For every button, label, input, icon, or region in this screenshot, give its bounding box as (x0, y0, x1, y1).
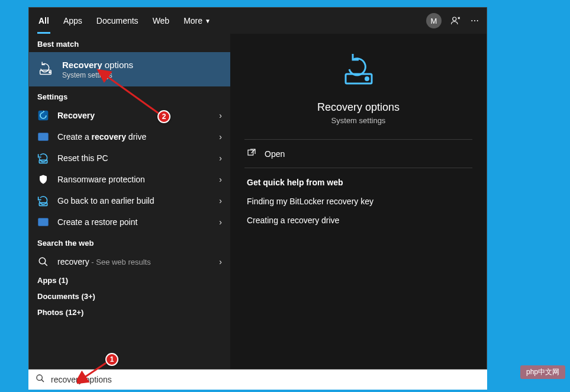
more-options-icon[interactable]: ⋯ (465, 11, 484, 30)
svg-point-6 (39, 258, 46, 264)
search-web-label: Search the web (29, 233, 230, 251)
annotation-badge-1: 1 (105, 353, 118, 366)
tab-more[interactable]: More▼ (176, 8, 218, 34)
best-match-result[interactable]: Recovery options System settings (29, 52, 230, 86)
feedback-icon[interactable] (446, 11, 465, 30)
tab-web-label: Web (153, 16, 170, 25)
tab-more-label: More (183, 16, 202, 25)
settings-label: Settings (29, 86, 230, 105)
open-action[interactable]: Open (244, 140, 472, 168)
svg-rect-9 (248, 150, 253, 155)
settings-row-go-back[interactable]: Go back to an earlier build › (29, 190, 230, 211)
best-match-title-bold: Recovery (62, 60, 102, 70)
best-match-subtitle: System settings (62, 71, 133, 79)
documents-count-row[interactable]: Documents (3+) (29, 288, 230, 304)
row-recovery-label: Recovery (57, 111, 95, 120)
row-restore-label: Create a restore point (57, 217, 211, 227)
tab-web[interactable]: Web (146, 8, 177, 34)
watermark: php中文网 (520, 365, 565, 379)
annotation-badge-2: 2 (157, 110, 170, 123)
settings-row-restore-point[interactable]: Create a restore point › (29, 211, 230, 233)
row-create-drive-bold: recovery (92, 132, 126, 142)
search-icon (36, 374, 45, 385)
web-term: recovery (57, 257, 89, 266)
help-link-recovery-drive[interactable]: Creating a recovery drive (244, 211, 472, 230)
row-create-drive-pre: Create a (57, 132, 92, 142)
web-result-row[interactable]: recovery - See web results › (29, 251, 230, 272)
open-icon (247, 148, 256, 159)
chevron-down-icon: ▼ (205, 18, 211, 24)
search-input[interactable] (51, 375, 480, 384)
preview-title: Recovery options (317, 101, 400, 114)
monitor-icon (37, 131, 49, 143)
apps-count-row[interactable]: Apps (1) (29, 272, 230, 288)
svg-point-0 (453, 17, 456, 21)
chevron-right-icon: › (219, 257, 222, 266)
recovery-icon (37, 60, 54, 79)
chevron-right-icon: › (219, 217, 222, 227)
settings-row-recovery[interactable]: Recovery › (29, 105, 230, 126)
monitor-icon (37, 216, 49, 228)
preview-recovery-icon (340, 50, 378, 91)
svg-point-8 (365, 78, 368, 81)
windows-search-panel: All Apps Documents Web More▼ M ⋯ Best ma… (28, 7, 487, 369)
best-match-label: Best match (29, 34, 230, 52)
settings-row-create-recovery-drive[interactable]: Create a recovery drive › (29, 126, 230, 147)
search-tabs: All Apps Documents Web More▼ M ⋯ (29, 8, 487, 34)
chevron-right-icon: › (219, 132, 222, 142)
tab-apps-label: Apps (63, 16, 82, 25)
tab-documents-label: Documents (96, 16, 139, 25)
best-match-title-rest: options (102, 60, 134, 70)
panel-body: Best match Recovery options System setti… (29, 34, 487, 369)
quick-help-label: Get quick help from web (244, 168, 472, 192)
chevron-right-icon: › (219, 111, 222, 120)
row-reset-pc-label: Reset this PC (57, 153, 211, 163)
chevron-right-icon: › (219, 153, 222, 163)
photos-count-row[interactable]: Photos (12+) (29, 304, 230, 320)
row-go-back-label: Go back to an earlier build (57, 196, 211, 205)
help-link-bitlocker[interactable]: Finding my BitLocker recovery key (244, 192, 472, 211)
svg-point-10 (37, 375, 42, 380)
preview-subtitle: System settings (331, 116, 386, 125)
settings-row-ransomware[interactable]: Ransomware protection › (29, 169, 230, 190)
chevron-right-icon: › (219, 175, 222, 184)
web-suffix: - See web results (89, 258, 151, 266)
best-match-text: Recovery options System settings (62, 60, 133, 79)
shield-icon (37, 173, 49, 185)
tab-all[interactable]: All (31, 8, 56, 34)
settings-app-icon (37, 110, 49, 121)
open-label: Open (265, 149, 285, 159)
svg-point-2 (49, 72, 50, 73)
tab-all-label: All (38, 16, 49, 25)
search-icon (37, 256, 49, 268)
chevron-right-icon: › (219, 196, 222, 205)
avatar-letter: M (431, 17, 437, 25)
user-avatar[interactable]: M (426, 13, 442, 28)
tab-apps[interactable]: Apps (56, 8, 89, 34)
row-ransomware-label: Ransomware protection (57, 175, 211, 184)
reset-icon (37, 152, 49, 164)
taskbar-search-box[interactable] (28, 369, 487, 390)
settings-row-reset-pc[interactable]: Reset this PC › (29, 147, 230, 169)
go-back-icon (37, 195, 49, 207)
row-create-drive-post: drive (126, 132, 146, 142)
results-column: Best match Recovery options System setti… (29, 34, 230, 369)
tab-documents[interactable]: Documents (89, 8, 146, 34)
preview-column: Recovery options System settings Open Ge… (230, 34, 487, 369)
